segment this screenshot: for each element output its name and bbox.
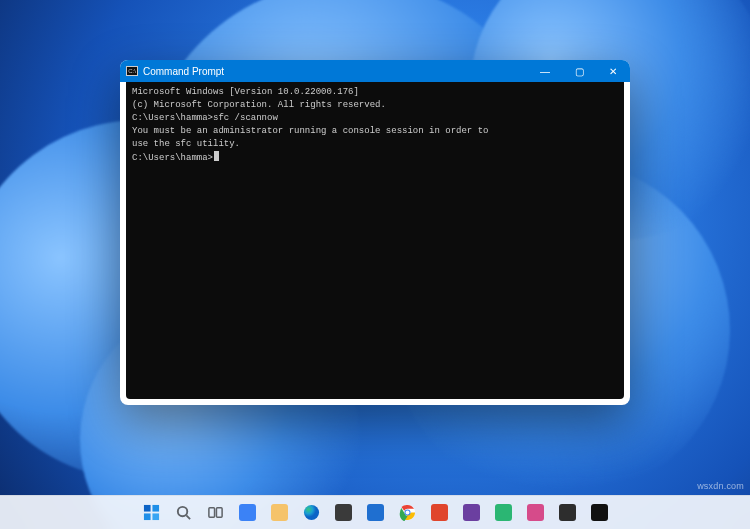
start-icon[interactable]: [138, 500, 164, 526]
terminal-taskbar-icon[interactable]: [586, 500, 612, 526]
search-icon[interactable]: [170, 500, 196, 526]
widgets-icon[interactable]: [234, 500, 260, 526]
titlebar[interactable]: C:\ Command Prompt — ▢ ✕: [120, 60, 630, 82]
svg-rect-7: [216, 508, 222, 517]
store-icon[interactable]: [330, 500, 356, 526]
close-button[interactable]: ✕: [596, 60, 630, 82]
window-title: Command Prompt: [143, 66, 224, 77]
terminal-line: (c) Microsoft Corporation. All rights re…: [132, 99, 618, 112]
mail-icon[interactable]: [362, 500, 388, 526]
task-view-icon[interactable]: [202, 500, 228, 526]
terminal-output[interactable]: Microsoft Windows [Version 10.0.22000.17…: [126, 82, 624, 399]
svg-rect-6: [208, 508, 214, 517]
maximize-button[interactable]: ▢: [562, 60, 596, 82]
terminal-prompt-line[interactable]: C:\Users\hamma>: [132, 151, 618, 165]
app-icon-5[interactable]: [554, 500, 580, 526]
desktop: C:\ Command Prompt — ▢ ✕ Microsoft Windo…: [0, 0, 750, 529]
svg-point-4: [177, 507, 186, 516]
svg-rect-0: [143, 505, 150, 512]
terminal-line: use the sfc utility.: [132, 138, 618, 151]
edge-icon[interactable]: [298, 500, 324, 526]
terminal-line: You must be an administrator running a c…: [132, 125, 618, 138]
app-icon-4[interactable]: [522, 500, 548, 526]
minimize-button[interactable]: —: [528, 60, 562, 82]
svg-rect-1: [152, 505, 159, 512]
command-prompt-icon: C:\: [126, 66, 138, 76]
app-icon-3[interactable]: [490, 500, 516, 526]
terminal-line: C:\Users\hamma>sfc /scannow: [132, 112, 618, 125]
terminal-cursor: [214, 151, 219, 161]
command-prompt-window[interactable]: C:\ Command Prompt — ▢ ✕ Microsoft Windo…: [120, 60, 630, 405]
terminal-prompt: C:\Users\hamma>: [132, 153, 213, 163]
svg-rect-3: [152, 513, 159, 520]
chrome-icon[interactable]: [394, 500, 420, 526]
svg-point-11: [405, 511, 409, 515]
app-icon-1[interactable]: [426, 500, 452, 526]
svg-rect-2: [143, 513, 150, 520]
taskbar[interactable]: [0, 495, 750, 529]
terminal-line: Microsoft Windows [Version 10.0.22000.17…: [132, 86, 618, 99]
watermark: wsxdn.com: [697, 481, 744, 491]
svg-point-8: [303, 505, 318, 520]
file-explorer-icon[interactable]: [266, 500, 292, 526]
svg-line-5: [186, 515, 190, 519]
app-icon-2[interactable]: [458, 500, 484, 526]
